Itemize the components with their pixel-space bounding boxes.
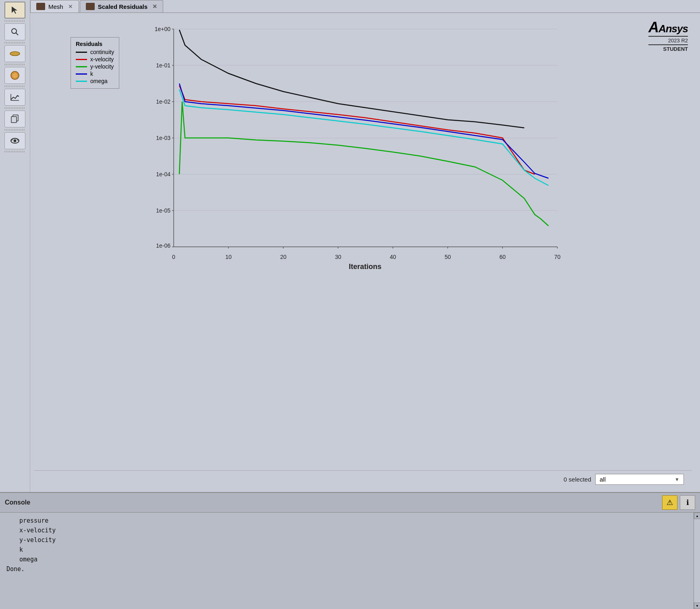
legend-label-k: k (90, 71, 93, 77)
svg-line-2 (16, 33, 18, 35)
dropdown-arrow-icon: ▼ (675, 477, 679, 482)
bottom-bar: 0 selected all ▼ (34, 470, 692, 488)
svg-text:0: 0 (172, 254, 175, 260)
legend-line-omega (76, 81, 87, 82)
svg-text:1e-05: 1e-05 (156, 207, 170, 214)
tab-scaled-residuals[interactable]: Scaled Residuals ✕ (80, 0, 163, 13)
chart-svg-container: 1e+00 1e-01 1e-02 1e-03 1e-04 1e-05 1e-0… (34, 17, 692, 470)
legend-label-x-velocity: x-velocity (90, 56, 114, 63)
legend-label-continuity: continuity (90, 49, 114, 55)
residuals-tab-icon (86, 3, 95, 10)
main-content: Mesh ✕ Scaled Residuals ✕ AAnsys 2023 R2… (30, 0, 700, 492)
copy-button[interactable] (4, 111, 25, 127)
toolbar-separator-2 (4, 42, 25, 44)
mesh-tab-close[interactable]: ✕ (68, 3, 73, 10)
legend-line-continuity (76, 52, 87, 53)
console-line-y-velocity: y-velocity (6, 535, 687, 545)
graph-button[interactable] (4, 89, 25, 106)
console-line-done: Done. (6, 564, 687, 574)
legend-label-y-velocity: y-velocity (90, 63, 114, 70)
residuals-tab-close[interactable]: ✕ (152, 3, 157, 10)
legend-item-k: k (76, 71, 114, 77)
ansys-version: 2023 R2 (648, 36, 688, 44)
svg-text:20: 20 (280, 254, 287, 260)
residuals-chart: 1e+00 1e-01 1e-02 1e-03 1e-04 1e-05 1e-0… (141, 21, 585, 271)
scrollbar-track (694, 519, 700, 603)
console-header: Console ⚠ ℹ (0, 493, 700, 513)
toolbar-separator-1 (4, 20, 25, 22)
mesh-tab-icon (36, 3, 45, 10)
object1-button[interactable] (4, 45, 25, 62)
console-panel: Console ⚠ ℹ pressure x-velocity y-veloci… (0, 492, 700, 609)
legend-item-x-velocity: x-velocity (76, 56, 114, 63)
svg-text:1e-03: 1e-03 (156, 135, 170, 141)
console-title: Console (5, 499, 30, 506)
svg-text:1e-04: 1e-04 (156, 171, 170, 177)
chart-panel: AAnsys 2023 R2 STUDENT Residuals continu… (30, 13, 700, 492)
console-line-k: k (6, 545, 687, 555)
svg-text:50: 50 (445, 254, 451, 260)
tabs-row: Mesh ✕ Scaled Residuals ✕ (30, 0, 700, 13)
legend-label-omega: omega (90, 78, 108, 84)
object2-button[interactable] (4, 67, 25, 84)
svg-text:10: 10 (225, 254, 232, 260)
tab-mesh[interactable]: Mesh ✕ (30, 0, 79, 13)
svg-marker-0 (12, 6, 17, 14)
cursor-tool-button[interactable] (4, 2, 25, 19)
svg-text:40: 40 (390, 254, 396, 260)
ansys-logo: AAnsys (648, 19, 688, 36)
filter-dropdown[interactable]: all ▼ (595, 474, 684, 485)
toolbar-separator-3 (4, 64, 25, 65)
legend-line-x-velocity (76, 59, 87, 60)
ansys-edition: STUDENT (648, 44, 688, 52)
svg-text:1e+00: 1e+00 (155, 26, 171, 32)
legend-item-continuity: continuity (76, 49, 114, 55)
mesh-tab-label: Mesh (48, 3, 63, 10)
svg-point-11 (14, 140, 17, 142)
console-scrollbar[interactable]: ▲ ▼ (694, 513, 700, 609)
legend-line-k (76, 73, 87, 75)
console-text-area: pressure x-velocity y-velocity k omega D… (0, 513, 694, 609)
scrollbar-up-button[interactable]: ▲ (694, 513, 700, 519)
toolbar-separator-7 (4, 151, 25, 152)
svg-point-3 (10, 52, 20, 56)
console-line-omega: omega (6, 555, 687, 564)
svg-text:30: 30 (335, 254, 341, 260)
toolbar-separator-6 (4, 129, 25, 131)
svg-point-5 (12, 73, 17, 78)
console-controls: ⚠ ℹ (662, 495, 695, 510)
legend-title: Residuals (76, 41, 114, 47)
legend-item-omega: omega (76, 78, 114, 84)
info-button[interactable]: ℹ (680, 495, 695, 510)
console-content: pressure x-velocity y-velocity k omega D… (0, 513, 700, 609)
zoom-button[interactable] (4, 23, 25, 40)
svg-text:60: 60 (499, 254, 506, 260)
svg-rect-9 (11, 117, 17, 123)
scrollbar-down-button[interactable]: ▼ (694, 603, 700, 609)
toolbar (0, 0, 30, 492)
toolbar-separator-4 (4, 86, 25, 87)
toolbar-separator-5 (4, 107, 25, 109)
residuals-tab-label: Scaled Residuals (98, 3, 147, 10)
dropdown-value: all (600, 476, 606, 483)
svg-text:70: 70 (554, 254, 561, 260)
svg-text:Iterations: Iterations (349, 263, 381, 271)
legend-line-y-velocity (76, 66, 87, 67)
svg-text:1e-01: 1e-01 (156, 62, 170, 69)
svg-text:1e-02: 1e-02 (156, 98, 170, 105)
warning-button[interactable]: ⚠ (662, 495, 677, 510)
svg-text:1e-06: 1e-06 (156, 242, 170, 249)
eye-button[interactable] (4, 132, 25, 149)
legend-item-y-velocity: y-velocity (76, 63, 114, 70)
chart-legend: Residuals continuity x-velocity y-veloci… (71, 37, 119, 89)
ansys-branding: AAnsys 2023 R2 STUDENT (648, 19, 688, 52)
selected-count-label: 0 selected (564, 476, 591, 483)
console-line-pressure: pressure (6, 516, 687, 526)
console-line-x-velocity: x-velocity (6, 526, 687, 535)
